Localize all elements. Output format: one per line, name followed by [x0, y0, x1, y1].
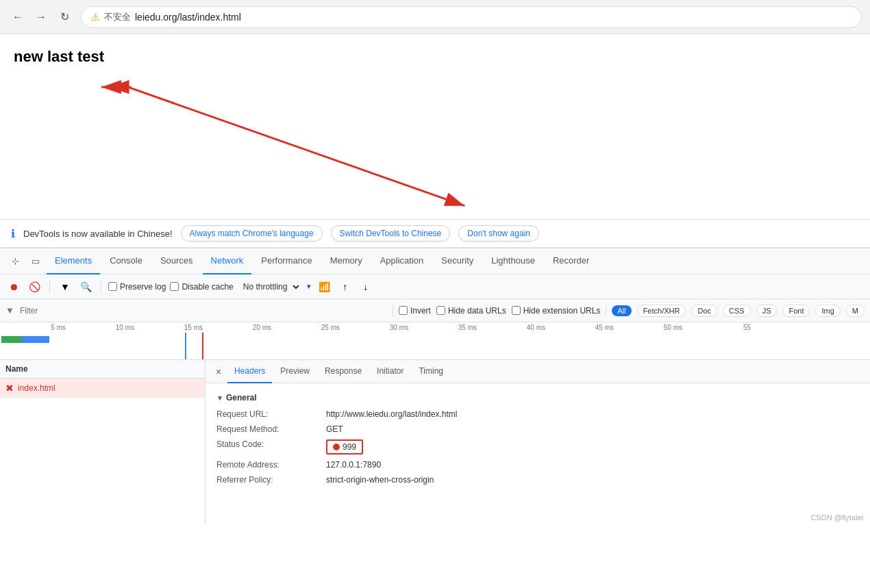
tab-elements[interactable]: Elements — [47, 248, 100, 274]
detail-tab-timing[interactable]: Timing — [412, 360, 450, 383]
timeline-labels: 5 ms 10 ms 15 ms 20 ms 25 ms 30 ms 35 ms… — [0, 324, 870, 331]
request-url-value: http://www.leiedu.org/last/index.html — [326, 409, 457, 419]
disable-cache-checkbox[interactable] — [170, 282, 179, 291]
section-triangle: ▼ — [216, 394, 223, 402]
tab-lighthouse[interactable]: Lighthouse — [483, 248, 543, 274]
detail-tab-preview[interactable]: Preview — [273, 360, 316, 383]
notification-text: DevTools is now available in Chinese! — [23, 229, 173, 239]
tab-application[interactable]: Application — [372, 248, 432, 274]
search-button[interactable]: 🔍 — [77, 279, 94, 295]
info-icon: ℹ — [11, 227, 15, 240]
timeline-label-20ms: 20 ms — [206, 324, 274, 331]
wifi-icon[interactable]: 📶 — [316, 279, 333, 295]
dont-show-again-button[interactable]: Don't show again — [458, 225, 539, 242]
forward-button[interactable]: → — [32, 8, 51, 27]
devtools-notification: ℹ DevTools is now available in Chinese! … — [0, 219, 870, 248]
general-label: General — [226, 393, 257, 402]
import-icon[interactable]: ↓ — [358, 279, 374, 295]
request-url-row: Request URL: http://www.leiedu.org/last/… — [216, 407, 859, 422]
filter-font-button[interactable]: Font — [782, 305, 810, 317]
status-dot-icon — [333, 444, 340, 450]
request-url-key: Request URL: — [216, 409, 326, 419]
timeline-marker-blue — [185, 333, 186, 360]
match-language-button[interactable]: Always match Chrome's language — [181, 225, 323, 242]
address-bar[interactable]: ⚠ 不安全 leiedu.org/last/index.html — [81, 6, 862, 28]
name-column-header: Name — [5, 364, 28, 374]
filter-js-button[interactable]: JS — [756, 305, 778, 317]
url-text: leiedu.org/last/index.html — [135, 12, 241, 23]
filter-icon: ▼ — [5, 305, 14, 316]
separator-1 — [49, 280, 50, 294]
record-button[interactable]: ⏺ — [5, 279, 22, 295]
separator-2 — [101, 280, 101, 294]
hide-data-urls-label[interactable]: Hide data URLs — [436, 306, 506, 316]
device-icon[interactable]: ▭ — [26, 252, 45, 271]
inspect-icon[interactable]: ⊹ — [5, 252, 25, 271]
filter-separator-2 — [606, 305, 606, 317]
filter-img-button[interactable]: Img — [815, 305, 840, 317]
request-method-key: Request Method: — [216, 424, 326, 434]
timeline-label-45ms: 45 ms — [548, 324, 617, 331]
reload-button[interactable]: ↻ — [55, 8, 74, 27]
timeline-label-25ms: 25 ms — [274, 324, 343, 331]
filter-fetch-xhr-button[interactable]: Fetch/XHR — [637, 305, 686, 317]
browser-chrome: ← → ↻ ⚠ 不安全 leiedu.org/last/index.html — [0, 0, 870, 34]
timeline-marker-red — [202, 333, 203, 360]
timeline-label-35ms: 35 ms — [411, 324, 480, 331]
status-code-value: 999 — [326, 439, 363, 455]
preserve-log-checkbox[interactable] — [108, 282, 117, 291]
disable-cache-label[interactable]: Disable cache — [170, 282, 233, 292]
tab-console[interactable]: Console — [101, 248, 151, 274]
referrer-policy-value: strict-origin-when-cross-origin — [326, 475, 434, 485]
invert-checkbox[interactable] — [399, 306, 408, 315]
timeline-bar-blue — [22, 336, 49, 343]
switch-to-chinese-button[interactable]: Switch DevTools to Chinese — [331, 225, 451, 242]
filter-doc-button[interactable]: Doc — [691, 305, 717, 317]
timeline-label-50ms: 50 ms — [617, 324, 685, 331]
svg-line-1 — [128, 87, 465, 206]
details-close-button[interactable]: × — [211, 364, 226, 379]
clear-button[interactable]: 🚫 — [26, 279, 42, 295]
devtools-tabs: ⊹ ▭ Elements Console Sources Network Per… — [0, 248, 870, 274]
status-code-box: 999 — [326, 439, 363, 455]
tab-memory[interactable]: Memory — [322, 248, 371, 274]
page-content: new last test — [0, 34, 870, 219]
throttle-select[interactable]: No throttling — [238, 281, 301, 292]
warning-icon: ⚠ — [91, 12, 100, 23]
timeline-area: 5 ms 10 ms 15 ms 20 ms 25 ms 30 ms 35 ms… — [0, 322, 870, 360]
filter-css-button[interactable]: CSS — [723, 305, 751, 317]
table-row[interactable]: ✖ index.html — [0, 379, 205, 398]
throttle-dropdown-icon: ▼ — [306, 283, 312, 290]
timeline-label-40ms: 40 ms — [480, 324, 548, 331]
hide-data-urls-checkbox[interactable] — [436, 306, 445, 315]
tab-network[interactable]: Network — [203, 248, 252, 274]
tab-security[interactable]: Security — [433, 248, 482, 274]
nav-buttons: ← → ↻ — [8, 8, 74, 27]
remote-address-value: 127.0.0.1:7890 — [326, 460, 381, 470]
remote-address-row: Remote Address: 127.0.0.1:7890 — [216, 457, 859, 472]
filter-input[interactable] — [20, 306, 387, 316]
filter-separator-1 — [393, 305, 393, 317]
general-section: ▼ General Request URL: http://www.leiedu… — [206, 383, 870, 493]
invert-label[interactable]: Invert — [399, 306, 431, 316]
tab-recorder[interactable]: Recorder — [545, 248, 597, 274]
details-tabs: × Headers Preview Response Initiator Tim… — [206, 360, 870, 383]
hide-ext-label[interactable]: Hide extension URLs — [512, 306, 601, 316]
tab-sources[interactable]: Sources — [152, 248, 201, 274]
filter-all-button[interactable]: All — [612, 305, 631, 316]
detail-tab-response[interactable]: Response — [318, 360, 369, 383]
main-split: Name ✖ index.html × Headers Preview Resp… — [0, 360, 870, 524]
status-code-row: Status Code: 999 — [216, 437, 859, 457]
back-button[interactable]: ← — [8, 8, 27, 27]
filter-icon-button[interactable]: ▼ — [57, 279, 73, 295]
preserve-log-label[interactable]: Preserve log — [108, 282, 166, 292]
hide-ext-checkbox[interactable] — [512, 306, 521, 315]
page-title: new last test — [14, 48, 856, 66]
network-toolbar: ⏺ 🚫 ▼ 🔍 Preserve log Disable cache No th… — [0, 274, 870, 299]
file-list: Name ✖ index.html — [0, 360, 206, 524]
detail-tab-headers[interactable]: Headers — [227, 360, 272, 383]
export-icon[interactable]: ↑ — [337, 279, 353, 295]
detail-tab-initiator[interactable]: Initiator — [370, 360, 410, 383]
tab-performance[interactable]: Performance — [253, 248, 320, 274]
filter-more-button[interactable]: M — [846, 305, 865, 317]
